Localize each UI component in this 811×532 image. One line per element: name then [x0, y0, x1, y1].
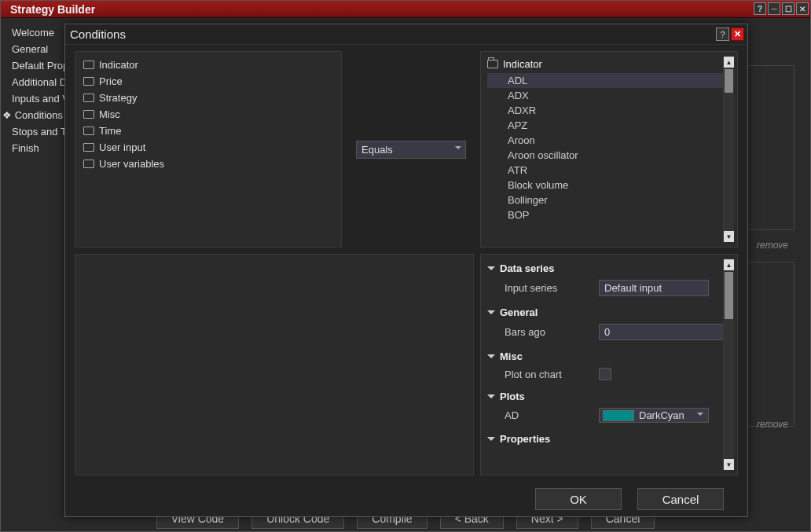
- label-input-series: Input series: [505, 282, 591, 294]
- scroll-down-icon[interactable]: ▼: [724, 459, 734, 470]
- value-ad-color[interactable]: DarkCyan: [599, 408, 709, 423]
- folder-icon: [83, 110, 94, 119]
- scroll-up-icon[interactable]: ▲: [724, 259, 734, 270]
- indicator-bop[interactable]: BOP: [487, 207, 723, 222]
- indicator-bollinger[interactable]: Bollinger: [487, 193, 723, 207]
- left-tree-panel: Indicator Price Strategy Misc Time User …: [75, 51, 342, 248]
- right-tree-panel: Indicator ADL ADX ADXR APZ Aroon Aroon o…: [480, 51, 738, 248]
- section-properties[interactable]: Properties: [487, 430, 720, 448]
- dialog-titlebar: Conditions ? ✕: [65, 24, 747, 45]
- conditions-dialog: Conditions ? ✕ Indicator Price Strategy …: [64, 24, 748, 517]
- indicator-aroon-osc[interactable]: Aroon oscillator: [487, 148, 723, 163]
- chevron-down-icon: [487, 266, 495, 274]
- folder-icon: [83, 160, 94, 168]
- chevron-down-icon: [487, 437, 495, 445]
- section-general[interactable]: General: [487, 303, 720, 321]
- indicator-apz[interactable]: APZ: [487, 118, 723, 133]
- preview-panel: [75, 254, 474, 475]
- dialog-title: Conditions: [70, 28, 126, 41]
- window-title: Strategy Builder: [6, 2, 100, 17]
- indicator-folder[interactable]: Indicator: [487, 57, 723, 73]
- indicator-atr[interactable]: ATR: [487, 163, 723, 178]
- dialog-footer: OK Cancel: [65, 482, 747, 516]
- properties-panel: Data series Input series Default input G…: [480, 254, 738, 475]
- section-misc[interactable]: Misc: [487, 347, 720, 365]
- section-plots[interactable]: Plots: [487, 387, 720, 405]
- color-swatch-icon: [603, 410, 634, 421]
- label-plot-on-chart: Plot on chart: [505, 369, 591, 380]
- tree-price[interactable]: Price: [82, 73, 335, 90]
- tree-misc[interactable]: Misc: [82, 106, 335, 123]
- scroll-up-icon[interactable]: ▲: [724, 57, 734, 68]
- tree-user-variables[interactable]: User variables: [82, 156, 335, 172]
- help-button[interactable]: ?: [754, 2, 766, 15]
- remove-link-1[interactable]: remove: [757, 240, 788, 251]
- maximize-button[interactable]: ☐: [782, 2, 794, 15]
- indicator-adl[interactable]: ADL: [487, 73, 723, 88]
- dialog-close-button[interactable]: ✕: [731, 28, 744, 41]
- sidebar-item-defaults[interactable]: Default Properties: [1, 57, 65, 74]
- folder-icon: [83, 61, 94, 69]
- minimize-button[interactable]: ─: [768, 2, 780, 15]
- tree-time[interactable]: Time: [82, 123, 335, 139]
- checkbox-plot-on-chart[interactable]: [599, 368, 611, 380]
- cancel-button[interactable]: Cancel: [637, 488, 724, 510]
- sidebar-item-stops[interactable]: Stops and Targets: [1, 123, 65, 140]
- ok-button[interactable]: OK: [535, 488, 622, 510]
- scroll-down-icon[interactable]: ▼: [724, 231, 734, 242]
- section-data-series[interactable]: Data series: [487, 259, 720, 277]
- sidebar-item-conditions[interactable]: Conditions: [1, 107, 65, 123]
- sidebar-item-additional[interactable]: Additional Data: [1, 74, 65, 90]
- indicator-adx[interactable]: ADX: [487, 88, 723, 103]
- chevron-down-icon: [487, 394, 495, 402]
- right-tree-scrollbar[interactable]: ▲ ▼: [723, 57, 734, 242]
- sidebar-item-welcome[interactable]: Welcome: [1, 24, 65, 41]
- folder-icon: [83, 143, 94, 152]
- wizard-sidebar: Welcome General Default Properties Addit…: [1, 18, 65, 531]
- folder-icon: [83, 94, 94, 102]
- sidebar-item-general[interactable]: General: [1, 41, 65, 57]
- folder-open-icon: [487, 60, 498, 68]
- titlebar: Strategy Builder ? ─ ☐ ✕: [1, 1, 810, 18]
- chevron-down-icon: [487, 310, 495, 318]
- properties-scrollbar[interactable]: ▲ ▼: [723, 259, 734, 470]
- dialog-help-button[interactable]: ?: [716, 28, 729, 41]
- indicator-adxr[interactable]: ADXR: [487, 103, 723, 118]
- folder-icon: [83, 77, 94, 86]
- indicator-aroon[interactable]: Aroon: [487, 133, 723, 148]
- folder-icon: [83, 127, 94, 135]
- operator-panel: Equals: [348, 51, 474, 248]
- tree-strategy[interactable]: Strategy: [82, 90, 335, 106]
- value-bars-ago[interactable]: [599, 324, 723, 340]
- label-ad: AD: [505, 409, 591, 421]
- indicator-block-volume[interactable]: Block volume: [487, 178, 723, 193]
- value-input-series[interactable]: Default input: [599, 280, 709, 296]
- tree-user-input[interactable]: User input: [82, 139, 335, 156]
- tree-indicator[interactable]: Indicator: [82, 57, 335, 73]
- sidebar-item-inputs[interactable]: Inputs and Variables: [1, 90, 65, 107]
- close-window-button[interactable]: ✕: [796, 2, 809, 15]
- chevron-down-icon: [487, 354, 495, 362]
- sidebar-item-finish[interactable]: Finish: [1, 140, 65, 156]
- operator-dropdown[interactable]: Equals: [356, 141, 466, 159]
- remove-link-2[interactable]: remove: [757, 419, 788, 430]
- label-bars-ago: Bars ago: [505, 326, 591, 338]
